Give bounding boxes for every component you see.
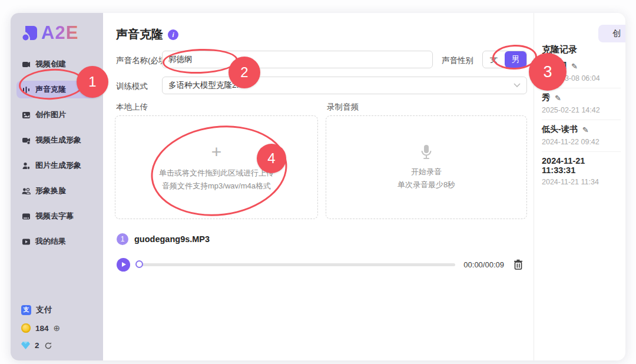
sidebar-item-video-avatar[interactable]: 视频生成形象 <box>16 131 97 149</box>
file-index-badge: 1 <box>117 233 128 245</box>
record-audio-box[interactable]: 开始录音 单次录音最少8秒 <box>326 115 527 219</box>
annotation-badge-2: 2 <box>228 57 260 88</box>
audio-player: 00:00/00:09 <box>117 257 523 272</box>
local-upload-label: 本地上传 <box>116 102 148 112</box>
record-name: 秀 <box>542 92 550 103</box>
record-date: 2024-11-21 11:34 <box>542 178 621 186</box>
sidebar-item-label: 图片生成形象 <box>35 160 81 171</box>
sidebar-item-label: 视频生成形象 <box>35 135 81 145</box>
record-item[interactable]: 低头-读书✎ 2024-11-22 09:42 <box>542 120 621 152</box>
record-date: 2025-02-21 14:42 <box>542 106 621 114</box>
sidebar-footer: 支 支付 184 ⊕ 2 <box>21 305 60 350</box>
clipped-corner-button[interactable]: 创 <box>598 25 625 42</box>
record-date: 2024-11-22 09:42 <box>542 138 621 146</box>
face-swap-icon <box>22 187 31 196</box>
record-name: 2024-11-21 11:33:31 <box>542 156 621 175</box>
sidebar-item-my-results[interactable]: 我的结果 <box>16 233 97 250</box>
microphone-icon <box>420 144 433 160</box>
sidebar-item-face-swap[interactable]: 形象换脸 <box>16 182 97 200</box>
delete-audio-button[interactable] <box>514 259 523 270</box>
annotation-badge-1: 1 <box>77 66 108 98</box>
time-display: 00:00/00:09 <box>463 260 504 269</box>
sidebar-item-label: 视频去字幕 <box>35 211 74 221</box>
record-item[interactable]: 秀✎ 2025-02-21 14:42 <box>542 88 621 120</box>
sidebar-item-image-create[interactable]: 创作图片 <box>16 106 97 124</box>
record-item[interactable]: 2024-11-21 11:33:31 2024-11-21 11:34 <box>542 152 621 191</box>
sidebar-item-label: 创作图片 <box>35 110 66 120</box>
training-mode-select[interactable]: 多语种大模型克隆2.0 <box>162 77 527 94</box>
training-mode-label: 训练模式 <box>116 81 148 92</box>
edit-record-icon[interactable]: ✎ <box>582 125 589 134</box>
my-results-icon <box>22 237 31 246</box>
page-title-row: 声音克隆 i <box>116 27 178 42</box>
info-icon[interactable]: i <box>168 29 178 40</box>
video-avatar-icon <box>22 136 31 145</box>
coin-balance-row: 184 ⊕ <box>21 323 60 333</box>
diamond-balance-row: 2 <box>21 341 60 350</box>
seek-slider[interactable] <box>140 263 455 266</box>
record-audio-label: 录制音频 <box>327 102 359 112</box>
video-create-icon <box>22 60 31 69</box>
image-avatar-icon <box>22 161 31 170</box>
slider-knob[interactable] <box>135 260 143 268</box>
coin-icon <box>21 323 31 333</box>
sidebar-item-label: 我的结果 <box>35 236 66 247</box>
annotation-badge-3: 3 <box>529 53 567 91</box>
add-coins-icon[interactable]: ⊕ <box>54 323 61 333</box>
refresh-icon[interactable] <box>44 342 52 350</box>
subtitle-remove-icon <box>22 212 31 221</box>
logo-mark-icon <box>21 24 39 42</box>
record-start-text: 开始录音 <box>411 167 442 177</box>
sidebar: A2E 视频创建 声音克隆 创作图片 视频生成形象 图片生成形象 <box>11 13 103 360</box>
sidebar-item-image-avatar[interactable]: 图片生成形象 <box>16 157 97 174</box>
image-create-icon <box>22 111 31 120</box>
voice-name-label: 声音名称(必填) <box>116 55 169 66</box>
edit-record-icon[interactable]: ✎ <box>555 94 561 102</box>
diamond-icon <box>21 342 30 349</box>
audio-filename: guodegang9s.MP3 <box>134 234 210 244</box>
annotation-badge-4: 4 <box>257 144 286 173</box>
payment-row[interactable]: 支 支付 <box>21 305 60 315</box>
sidebar-item-label: 视频创建 <box>35 59 66 70</box>
page-background: A2E 视频创建 声音克隆 创作图片 视频生成形象 图片生成形象 <box>0 0 636 364</box>
app-logo: A2E <box>21 22 97 44</box>
payment-icon: 支 <box>21 305 31 315</box>
trash-icon <box>514 259 523 270</box>
page-title: 声音克隆 <box>116 27 163 42</box>
coin-count: 184 <box>35 324 49 333</box>
logo-text: A2E <box>41 22 78 44</box>
payment-label: 支付 <box>36 305 52 315</box>
audio-file-row: 1 guodegang9s.MP3 <box>117 233 210 245</box>
chevron-down-icon <box>514 83 521 88</box>
sidebar-item-label: 形象换脸 <box>35 186 66 196</box>
play-button[interactable] <box>117 258 130 272</box>
record-hint-text: 单次录音最少8秒 <box>398 180 455 190</box>
sidebar-item-subtitle-remove[interactable]: 视频去字幕 <box>16 207 97 225</box>
edit-record-icon[interactable]: ✎ <box>571 62 578 71</box>
play-icon <box>122 262 126 267</box>
diamond-count: 2 <box>35 341 39 350</box>
gender-label: 声音性别 <box>442 55 473 66</box>
record-name: 低头-读书 <box>542 124 578 135</box>
